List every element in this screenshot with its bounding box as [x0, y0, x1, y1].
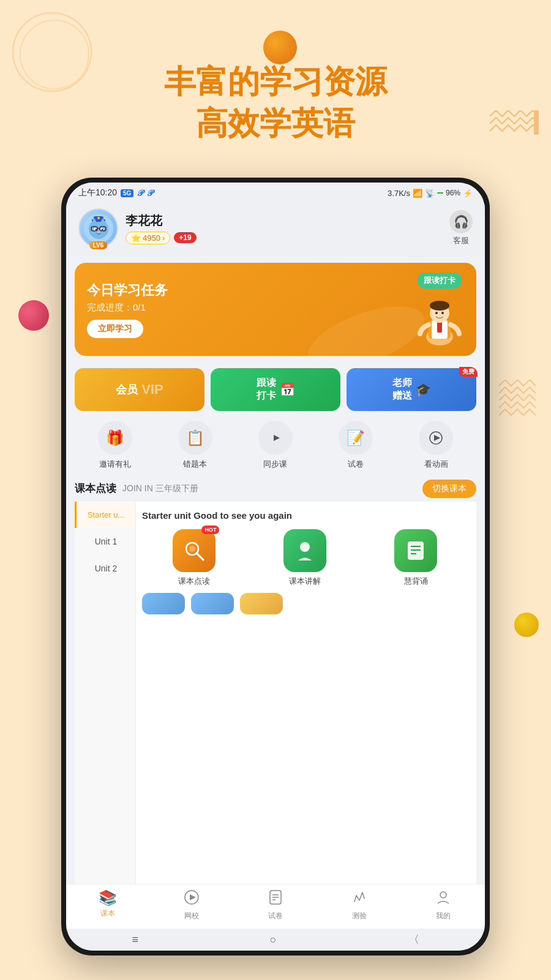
task-left: 今日学习任务 完成进度：0/1 立即学习 [87, 281, 168, 338]
exam-item[interactable]: 📝 试卷 [339, 421, 373, 470]
animation-icon [419, 421, 453, 455]
cs-icon: 🎧 [449, 210, 473, 233]
sidebar-item-unit1[interactable]: Unit 1 [75, 528, 135, 555]
memory-label: 慧背诵 [404, 576, 428, 587]
gift-icon: 🎓 [416, 382, 431, 397]
profile-info: 李花花 ⭐ 4950 › +19 [126, 213, 197, 244]
avatar-wrap[interactable]: LV6 [78, 208, 118, 248]
menu-gesture[interactable]: ≡ [132, 933, 138, 946]
more-card-2 [191, 593, 234, 614]
lesson-content: Starter unit Good to see you again HOT [136, 502, 476, 884]
task-right: 跟读打卡 [415, 273, 464, 346]
teacher-figure [415, 291, 464, 346]
nav-test[interactable]: 测验 [341, 889, 378, 921]
lesson-card-memory[interactable]: 慧背诵 [364, 529, 468, 587]
star-score[interactable]: ⭐ 4950 › [126, 232, 170, 244]
svg-line-29 [197, 553, 203, 560]
nav-exam-icon [268, 889, 283, 909]
nav-textbook[interactable]: 📚 课本 [89, 889, 126, 921]
calendar-icon: 📅 [280, 382, 295, 397]
sync-item[interactable]: 同步课 [258, 421, 293, 470]
nav-textbook-icon: 📚 [99, 889, 117, 907]
battery-charging: ⚡ [463, 189, 473, 198]
nav-exam-label: 试卷 [268, 911, 283, 921]
reading-label: 跟读打卡 [257, 377, 276, 402]
home-gesture[interactable]: ○ [270, 933, 277, 946]
status-speed: 3.7K/s [388, 189, 410, 198]
icon-grid: 🎁 邀请有礼 📋 错题本 同步课 📝 试卷 [75, 421, 476, 470]
nav-school[interactable]: 网校 [173, 889, 210, 921]
invite-item[interactable]: 🎁 邀请有礼 [98, 421, 132, 470]
nav-mine-label: 我的 [436, 911, 451, 921]
sync-label: 同步课 [263, 459, 287, 470]
profile-name: 李花花 [126, 213, 197, 229]
nav-test-icon [351, 889, 367, 909]
status-p1: 𝒫 [137, 188, 143, 198]
reading-button[interactable]: 跟读打卡 📅 [211, 368, 340, 411]
nav-mine[interactable]: 我的 [425, 889, 462, 921]
sidebar-item-unit2[interactable]: Unit 2 [75, 555, 135, 582]
bottom-nav: 📚 课本 网校 试卷 [66, 884, 485, 929]
animation-label: 看动画 [424, 459, 448, 470]
phone-frame: 上午10:20 5G 𝒫 𝒫 3.7K/s 📶 📡 96% ⚡ [61, 178, 490, 956]
content-area: Starter u... Unit 1 Unit 2 Starter unit … [75, 502, 476, 884]
back-gesture[interactable]: 〈 [408, 932, 419, 947]
gesture-bar: ≡ ○ 〈 [66, 929, 485, 951]
signal-icon: 📶 [413, 189, 422, 198]
svg-point-31 [300, 542, 310, 552]
errors-item[interactable]: 📋 错题本 [178, 421, 212, 470]
lesson-card-textbook[interactable]: HOT 课本点读 [142, 529, 247, 587]
hero-section: 丰富的学习资源 高效学英语 [0, 61, 551, 144]
orange-ball-decoration [263, 31, 297, 64]
phone-wrapper: 上午10:20 5G 𝒫 𝒫 3.7K/s 📶 📡 96% ⚡ [61, 178, 490, 956]
teacher-gift-label: 老师赠送 [392, 377, 412, 402]
lesson-explain-icon [283, 529, 326, 572]
vip-button[interactable]: 会员 VIP [75, 368, 204, 411]
wifi-icon: 📡 [425, 189, 435, 198]
svg-point-21 [430, 301, 449, 311]
profile-header: LV6 李花花 ⭐ 4950 › +19 🎧 [66, 203, 485, 257]
lesson-title: Starter unit Good to see you again [142, 510, 470, 521]
textbook-reading-label: 课本点读 [178, 576, 210, 587]
errors-label: 错题本 [183, 459, 207, 470]
zigzag-mid-right [499, 380, 536, 429]
phone-screen: 上午10:20 5G 𝒫 𝒫 3.7K/s 📶 📡 96% ⚡ [66, 183, 485, 951]
task-banner: 今日学习任务 完成进度：0/1 立即学习 跟读打卡 [75, 263, 476, 356]
invite-label: 邀请有礼 [99, 459, 131, 470]
plus-badge: +19 [174, 232, 196, 243]
banner-wave [300, 293, 432, 356]
switch-textbook-button[interactable]: 切换课本 [422, 480, 476, 498]
level-badge: LV6 [89, 241, 108, 249]
nav-school-label: 网校 [184, 911, 199, 921]
vip-label: 会员 [116, 382, 138, 397]
lesson-explain-label: 课本讲解 [289, 576, 321, 587]
svg-point-22 [435, 312, 438, 314]
status-5g: 5G [121, 189, 133, 197]
yellow-ball-decoration [514, 612, 539, 637]
svg-marker-27 [434, 435, 440, 441]
nav-mine-icon [435, 889, 451, 909]
svg-point-5 [97, 217, 100, 219]
nav-exam[interactable]: 试卷 [257, 889, 294, 921]
lesson-card-explain[interactable]: 课本讲解 [253, 529, 358, 587]
more-card-3 [240, 593, 283, 614]
pink-ball-decoration [18, 300, 49, 331]
start-learning-button[interactable]: 立即学习 [87, 320, 143, 338]
invite-icon: 🎁 [98, 421, 132, 455]
animation-item[interactable]: 看动画 [419, 421, 453, 470]
svg-marker-37 [190, 894, 196, 900]
textbook-title: 课本点读 [75, 481, 116, 496]
status-time: 上午10:20 [78, 187, 117, 198]
sync-icon [258, 421, 293, 455]
nav-school-icon [184, 889, 200, 909]
svg-point-23 [441, 312, 444, 314]
teacher-gift-button[interactable]: 免费 老师赠送 🎓 [347, 368, 476, 411]
headset-icon: 🎧 [454, 214, 469, 229]
exam-label: 试卷 [348, 459, 364, 470]
sidebar-item-starter[interactable]: Starter u... [75, 502, 135, 528]
textbook-name: JOIN IN 三年级下册 [122, 483, 198, 494]
errors-icon: 📋 [178, 421, 212, 455]
customer-service[interactable]: 🎧 客服 [449, 210, 473, 246]
nav-textbook-label: 课本 [100, 908, 115, 919]
task-progress: 完成进度：0/1 [87, 302, 168, 314]
